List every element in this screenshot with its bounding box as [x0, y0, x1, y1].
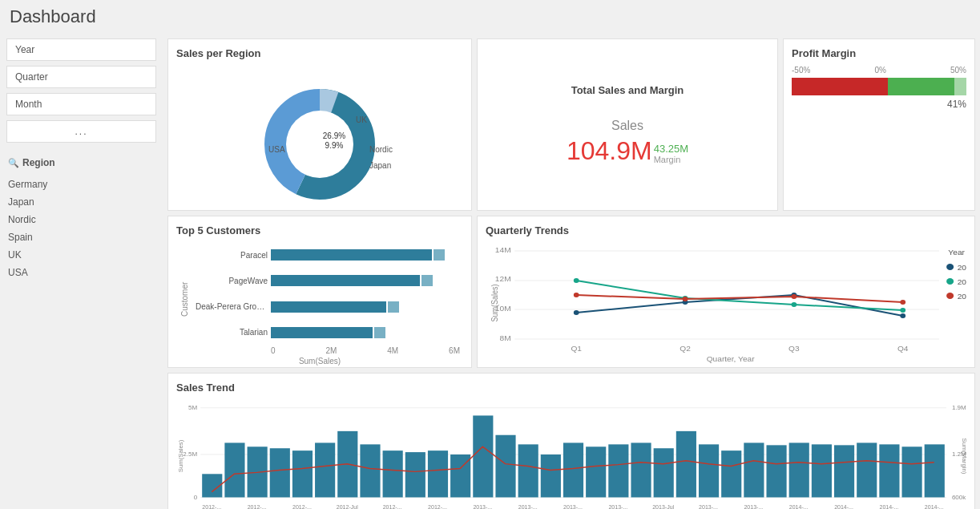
svg-text:5M: 5M	[188, 404, 197, 411]
svg-point-32	[900, 308, 905, 313]
bar-small-paracel	[434, 249, 445, 261]
svg-text:2012-...: 2012-...	[202, 504, 221, 509]
svg-text:1.9M: 1.9M	[952, 404, 966, 411]
svg-rect-65	[383, 450, 403, 497]
quarter-filter-btn[interactable]: Quarter	[6, 66, 156, 88]
svg-rect-62	[315, 442, 335, 497]
region-search[interactable]: 🔍 Region	[6, 154, 156, 172]
region-item-germany[interactable]: Germany	[6, 176, 156, 192]
svg-rect-79	[699, 444, 719, 497]
svg-rect-86	[857, 442, 877, 497]
bar-x-label: Sum(Sales)	[176, 357, 463, 366]
svg-rect-88	[902, 446, 922, 497]
svg-rect-61	[292, 450, 313, 497]
bar-pagewave	[271, 275, 420, 286]
quarterly-title: Quarterly Trends	[486, 224, 966, 236]
svg-text:8M: 8M	[500, 334, 511, 342]
total-sales-title: Total Sales and Margin	[571, 84, 684, 96]
dashboard-title: Dashboard	[0, 0, 980, 34]
svg-text:9.9%: 9.9%	[325, 141, 344, 150]
sales-trend-card: Sales Trend 5M 2.5M 0 1.9M 1.2M 600k Sum…	[167, 373, 975, 509]
sales-label: Sales	[567, 119, 688, 133]
svg-text:2012-Jul: 2012-Jul	[337, 504, 358, 509]
svg-rect-82	[766, 445, 786, 497]
year-filter-btn[interactable]: Year	[6, 38, 156, 61]
svg-text:2013-...: 2013-...	[744, 504, 763, 509]
svg-point-42	[946, 293, 954, 299]
svg-text:Sum(Sales): Sum(Sales)	[177, 439, 184, 472]
total-sales-card: Total Sales and Margin Sales 104.9M 43.2…	[477, 38, 778, 211]
svg-rect-80	[721, 450, 741, 497]
svg-text:2013-...: 2013-...	[563, 504, 583, 509]
svg-text:2012-...: 2012-...	[428, 504, 447, 509]
svg-text:2013-...: 2013-...	[699, 504, 718, 509]
svg-point-29	[574, 278, 579, 283]
top5-title: Top 5 Customers	[176, 224, 463, 236]
profit-bar	[792, 78, 966, 95]
svg-point-31	[792, 302, 797, 307]
svg-text:Q1: Q1	[571, 345, 582, 353]
svg-text:USA: USA	[268, 145, 285, 154]
svg-text:Q3: Q3	[788, 345, 800, 353]
bar-small-deak	[388, 301, 399, 313]
svg-point-28	[900, 313, 905, 318]
svg-text:Q4: Q4	[897, 345, 909, 353]
bar-x-axis: 02M4M6M	[196, 346, 460, 355]
svg-text:Japan: Japan	[369, 161, 391, 170]
svg-rect-71	[518, 444, 538, 497]
svg-text:2014: 2014	[958, 293, 966, 301]
month-filter-btn[interactable]: Month	[6, 93, 156, 115]
region-item-uk[interactable]: UK	[6, 247, 156, 263]
margin-label: Margin	[654, 155, 681, 164]
svg-rect-89	[925, 444, 945, 497]
bar-label-deak: Deak-Perera Group.	[196, 302, 268, 311]
bar-y-label: Customer	[176, 243, 192, 355]
svg-text:Year: Year	[948, 248, 965, 257]
svg-text:2012: 2012	[958, 264, 966, 272]
svg-text:0: 0	[194, 494, 198, 501]
region-item-japan[interactable]: Japan	[6, 194, 156, 210]
svg-text:2014-...: 2014-...	[925, 504, 944, 509]
region-list: Germany Japan Nordic Spain UK USA	[6, 176, 156, 281]
svg-text:2014-...: 2014-...	[789, 504, 809, 509]
svg-text:UK: UK	[356, 115, 367, 124]
region-item-nordic[interactable]: Nordic	[6, 212, 156, 228]
svg-rect-85	[834, 445, 854, 497]
svg-point-40	[946, 278, 954, 285]
svg-point-35	[792, 294, 797, 299]
bar-label-talarian: Talarian	[196, 328, 268, 337]
svg-text:2.5M: 2.5M	[183, 450, 197, 458]
svg-text:2012-...: 2012-...	[292, 504, 312, 509]
svg-text:12M: 12M	[495, 275, 511, 283]
profit-bar-light	[954, 78, 966, 95]
svg-text:14M: 14M	[495, 246, 511, 254]
more-filter-btn[interactable]: ...	[6, 120, 156, 143]
region-item-spain[interactable]: Spain	[6, 229, 156, 245]
svg-text:Q2: Q2	[680, 345, 691, 353]
top5-card: Top 5 Customers Customer Paracel PageWa	[167, 216, 472, 368]
svg-text:Sum(Sales): Sum(Sales)	[490, 284, 499, 321]
svg-text:Sum(Margin): Sum(Margin)	[961, 438, 966, 475]
svg-rect-60	[270, 448, 290, 497]
svg-text:2014-...: 2014-...	[879, 504, 898, 509]
search-icon: 🔍	[8, 158, 19, 168]
svg-rect-83	[789, 442, 809, 497]
svg-rect-78	[676, 431, 696, 498]
svg-text:Nordic: Nordic	[369, 145, 393, 154]
svg-text:600k: 600k	[952, 494, 966, 501]
svg-rect-75	[608, 444, 628, 497]
profit-scale-min: -50%	[792, 66, 810, 75]
svg-text:26.9%: 26.9%	[323, 131, 345, 140]
region-label: Region	[22, 157, 55, 168]
svg-rect-69	[473, 415, 493, 497]
svg-rect-66	[405, 452, 425, 497]
svg-rect-87	[879, 444, 899, 497]
svg-rect-58	[224, 442, 244, 497]
profit-bar-green	[888, 78, 954, 95]
svg-text:Quarter, Year: Quarter, Year	[707, 355, 756, 363]
profit-scale-max: 50%	[950, 66, 966, 75]
svg-point-25	[574, 310, 579, 315]
profit-scale-mid: 0%	[874, 66, 885, 75]
region-item-usa[interactable]: USA	[6, 265, 156, 281]
svg-point-38	[946, 264, 954, 270]
